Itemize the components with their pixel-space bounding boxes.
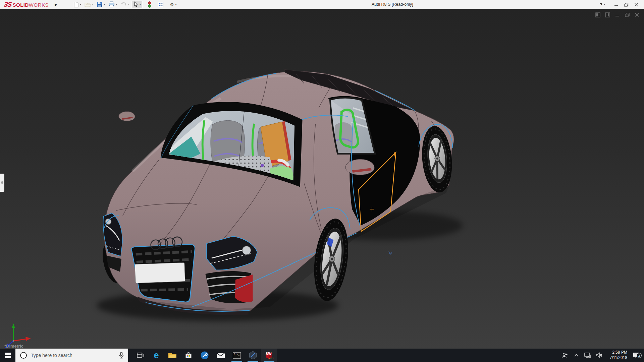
select-button[interactable]: ▾ [132, 1, 142, 8]
solidworks-taskbar-button[interactable]: SW 2017 [261, 349, 277, 362]
print-button[interactable]: ▾ [108, 1, 118, 8]
menu-flyout-arrow-icon[interactable]: ▶ [52, 3, 60, 6]
side-intake-right[interactable] [205, 271, 253, 303]
solidworks-window: 3S SOLID WORKS ▶ ▾ ▾ [0, 0, 644, 362]
hexagon-app-button[interactable] [245, 349, 261, 362]
command-prompt-icon: C:\_ [233, 352, 241, 359]
caret-icon[interactable]: ▾ [104, 3, 105, 6]
volume-icon[interactable] [595, 352, 603, 358]
restore-button[interactable] [621, 0, 631, 9]
save-icon [97, 1, 103, 7]
file-explorer-button[interactable] [164, 349, 180, 362]
gear-icon: ⚙ [170, 2, 174, 7]
help-caret-icon[interactable]: ▾ [604, 3, 605, 6]
titlebar-controls: ? ▾ [599, 0, 641, 9]
taskbar-search[interactable]: Type here to search [15, 349, 128, 362]
file-explorer-icon [168, 352, 177, 359]
windows-taskbar: Type here to search e [0, 349, 644, 362]
undo-button[interactable]: ▾ [120, 1, 130, 8]
start-button[interactable] [0, 349, 15, 362]
edge-button[interactable]: e [148, 349, 164, 362]
help-button[interactable]: ? [599, 2, 602, 7]
caret-icon[interactable]: ▾ [116, 3, 117, 6]
minimize-icon [614, 3, 618, 7]
file-properties-icon [158, 2, 164, 7]
restore-icon [624, 3, 629, 7]
quick-access-toolbar: ▾ ▾ ▾ [72, 1, 179, 8]
notification-badge: 2 [637, 353, 642, 358]
caret-icon: ▾ [92, 3, 93, 6]
file-properties-button[interactable] [157, 1, 164, 8]
logo-solid-text: SOLID [12, 2, 29, 8]
close-button[interactable] [631, 0, 641, 9]
side-mirror-right[interactable] [345, 159, 374, 175]
wrench-circle-icon [200, 351, 209, 360]
caret-icon[interactable]: ▾ [80, 3, 81, 6]
stray-edge-mark [389, 252, 392, 254]
logo-works-text: WORKS [29, 2, 49, 8]
people-button[interactable] [561, 352, 569, 358]
solidworks-logo-mark: 3S [3, 1, 12, 8]
open-button[interactable]: ▾ [84, 1, 94, 8]
taskbar-apps: e [132, 349, 277, 362]
action-center-button[interactable]: 2 [631, 352, 642, 359]
front-grille[interactable] [131, 244, 195, 302]
audi-r8-3d-model[interactable] [0, 9, 644, 349]
search-placeholder: Type here to search [31, 353, 119, 358]
minimize-button[interactable] [611, 0, 621, 9]
view-orientation-label: *Dimetric [4, 344, 23, 349]
new-document-button[interactable]: ▾ [72, 1, 82, 8]
undo-icon [120, 2, 127, 7]
side-mirror-left[interactable] [119, 111, 135, 121]
cortana-icon [20, 352, 27, 359]
clock-date: 7/11/2018 [606, 355, 627, 361]
network-icon[interactable] [584, 352, 592, 358]
mail-button[interactable] [213, 349, 229, 362]
edge-icon: e [154, 351, 159, 360]
microphone-icon[interactable] [119, 352, 124, 359]
caret-icon: ▾ [128, 3, 129, 6]
document-title: Audi R8 S [Read-only] [372, 2, 413, 7]
task-view-icon [136, 352, 144, 359]
print-icon [108, 1, 115, 7]
solidworks-logo[interactable]: 3S SOLID WORKS [0, 1, 49, 8]
caret-icon[interactable]: ▾ [175, 3, 177, 6]
options-button[interactable]: ⚙ ▾ [169, 1, 177, 8]
support-app-button[interactable] [197, 349, 213, 362]
store-button[interactable] [180, 349, 197, 362]
taskbar-clock[interactable]: 2:58 PM 7/11/2018 [606, 350, 627, 360]
clock-time: 2:58 PM [606, 350, 627, 355]
task-view-button[interactable] [132, 349, 148, 362]
open-icon [85, 2, 91, 7]
new-document-icon [73, 1, 79, 8]
license-plate [135, 262, 185, 283]
caret-icon[interactable]: ▾ [140, 3, 141, 6]
save-button[interactable]: ▾ [96, 1, 106, 8]
hexagon-app-icon [249, 351, 257, 360]
close-icon [634, 3, 638, 7]
graphics-viewport[interactable]: *Dimetric [0, 9, 644, 349]
command-prompt-button[interactable]: C:\_ [229, 349, 245, 362]
system-tray: 2:58 PM 7/11/2018 2 [561, 349, 644, 362]
rebuild-button[interactable] [147, 1, 152, 8]
store-icon [184, 351, 193, 359]
traffic-light-icon [148, 1, 152, 8]
mail-icon [216, 352, 225, 359]
hidden-icons-chevron[interactable] [572, 354, 580, 357]
select-cursor-icon [133, 1, 139, 7]
solidworks-2017-icon: SW 2017 [265, 351, 273, 360]
windows-logo-icon [5, 353, 11, 358]
title-bar: 3S SOLID WORKS ▶ ▾ ▾ [0, 0, 644, 9]
